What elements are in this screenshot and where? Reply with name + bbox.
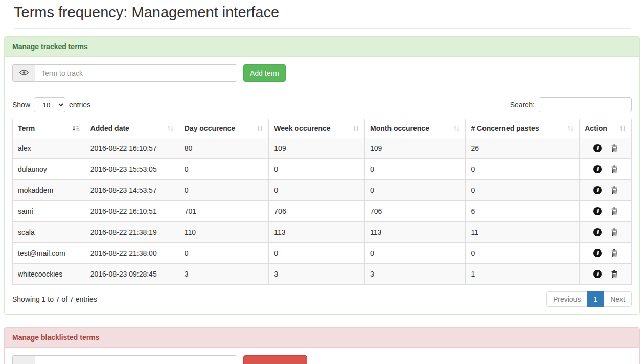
- term-cell: mokaddem: [13, 180, 85, 201]
- search-control: Search:: [510, 97, 632, 112]
- tracked-terms-panel: Manage tracked terms Add term: [4, 36, 640, 315]
- week-occurence-cell: 0: [269, 243, 365, 264]
- day-occurence-cell: 110: [179, 222, 269, 243]
- action-cell: i: [580, 180, 632, 201]
- trash-icon[interactable]: [611, 249, 618, 257]
- added-date-cell: 2016-08-22 21:38:00: [85, 243, 179, 264]
- trash-icon[interactable]: [611, 270, 618, 278]
- concerned-pastes-cell: 1: [466, 264, 580, 285]
- concerned-pastes-cell: 0: [466, 243, 580, 264]
- entries-label: entries: [69, 101, 90, 109]
- column-header-term[interactable]: Term: [13, 119, 85, 138]
- action-cell: i: [580, 222, 632, 243]
- pagination-next[interactable]: Next: [604, 291, 632, 307]
- sort-both-icon: [567, 125, 574, 132]
- info-icon[interactable]: i: [593, 186, 602, 194]
- trash-icon[interactable]: [611, 207, 618, 215]
- blacklist-input-group: [12, 355, 237, 364]
- added-date-cell: 2016-08-22 21:38:19: [85, 222, 179, 243]
- title-divider: [14, 28, 630, 29]
- week-occurence-cell: 0: [269, 180, 365, 201]
- info-icon[interactable]: i: [593, 165, 602, 173]
- column-header-action[interactable]: Action: [580, 119, 632, 138]
- day-occurence-cell: 80: [179, 138, 269, 159]
- concerned-pastes-cell: 0: [466, 180, 580, 201]
- blacklist-panel-body: [5, 348, 639, 364]
- day-occurence-cell: 701: [179, 201, 269, 222]
- column-header-day-occurence[interactable]: Day occurence: [179, 119, 269, 138]
- add-term-button[interactable]: Add term: [243, 64, 286, 82]
- search-input[interactable]: [539, 97, 632, 112]
- week-occurence-cell: 0: [269, 159, 365, 180]
- sort-both-icon: [353, 125, 359, 132]
- eye-addon: [12, 64, 35, 82]
- day-occurence-cell: 3: [179, 264, 269, 285]
- column-header-month-occurence[interactable]: Month occurence: [365, 119, 466, 138]
- added-date-cell: 2016-08-22 16:10:51: [85, 201, 179, 222]
- month-occurence-cell: 109: [365, 138, 466, 159]
- info-icon[interactable]: i: [593, 207, 602, 215]
- day-occurence-cell: 0: [179, 180, 269, 201]
- month-occurence-cell: 0: [365, 180, 466, 201]
- action-cell: i: [580, 201, 632, 222]
- week-occurence-cell: 109: [269, 138, 365, 159]
- week-occurence-cell: 113: [269, 222, 365, 243]
- table-row: dulaunoy 2016-08-23 15:53:05 0 0 0 0 i: [13, 159, 632, 180]
- page: Terms frequency: Management interface Ma…: [0, 4, 644, 364]
- trash-icon[interactable]: [611, 144, 618, 152]
- term-cell: scala: [13, 222, 85, 243]
- entries-summary: Showing 1 to 7 of 7 entries: [12, 295, 97, 303]
- page-title: Terms frequency: Management interface: [14, 4, 630, 21]
- table-row: whitecoockies 2016-08-23 09:28:45 3 3 3 …: [13, 264, 632, 285]
- day-occurence-cell: 0: [179, 243, 269, 264]
- info-icon[interactable]: i: [593, 270, 602, 278]
- blacklist-panel-heading: Manage blacklisted terms: [5, 328, 639, 348]
- term-cell: alex: [13, 138, 85, 159]
- day-occurence-cell: 0: [179, 159, 269, 180]
- info-icon[interactable]: i: [593, 249, 602, 257]
- month-occurence-cell: 0: [365, 243, 466, 264]
- sort-both-icon: [257, 125, 263, 132]
- table-row: test@mail.com 2016-08-22 21:38:00 0 0 0 …: [13, 243, 632, 264]
- added-date-cell: 2016-08-23 14:53:57: [85, 180, 179, 201]
- trash-icon[interactable]: [611, 186, 618, 194]
- added-date-cell: 2016-08-22 16:10:57: [85, 138, 179, 159]
- info-icon[interactable]: i: [593, 144, 602, 152]
- added-date-cell: 2016-08-23 09:28:45: [85, 264, 179, 285]
- table-header-row: Term: [13, 119, 632, 138]
- term-to-track-input[interactable]: [35, 64, 237, 82]
- show-label: Show: [12, 101, 30, 109]
- blacklist-addon: [12, 355, 35, 364]
- add-term-row: Add term: [12, 64, 632, 82]
- add-blacklist-button[interactable]: [243, 355, 307, 364]
- month-occurence-cell: 3: [365, 264, 466, 285]
- page-length-select[interactable]: 10: [34, 97, 65, 112]
- sort-both-icon: [619, 125, 626, 132]
- sort-both-icon: [167, 125, 174, 132]
- column-header-concerned-pastes[interactable]: # Concerned pastes: [466, 119, 580, 138]
- sort-both-icon: [453, 125, 460, 132]
- search-label: Search:: [510, 101, 535, 109]
- month-occurence-cell: 113: [365, 222, 466, 243]
- term-cell: dulaunoy: [13, 159, 85, 180]
- trash-icon[interactable]: [611, 228, 618, 236]
- term-cell: whitecoockies: [13, 264, 85, 285]
- week-occurence-cell: 3: [269, 264, 365, 285]
- pagination-page-1[interactable]: 1: [587, 291, 604, 307]
- column-header-week-occurence[interactable]: Week occurence: [269, 119, 365, 138]
- eye-icon: [19, 69, 29, 77]
- table-row: scala 2016-08-22 21:38:19 110 113 113 11…: [13, 222, 632, 243]
- action-cell: i: [580, 159, 632, 180]
- pagination-previous[interactable]: Previous: [546, 291, 587, 307]
- trash-icon[interactable]: [611, 165, 618, 173]
- column-header-added-date[interactable]: Added date: [85, 119, 179, 138]
- week-occurence-cell: 706: [269, 201, 365, 222]
- pagination: Previous 1 Next: [546, 291, 632, 307]
- term-cell: test@mail.com: [13, 243, 85, 264]
- action-cell: i: [580, 243, 632, 264]
- table-controls: Show 10 entries Search:: [12, 97, 632, 112]
- term-to-blacklist-input[interactable]: [35, 355, 237, 364]
- action-cell: i: [580, 138, 632, 159]
- table-row: alex 2016-08-22 16:10:57 80 109 109 26 i: [13, 138, 632, 159]
- info-icon[interactable]: i: [593, 228, 602, 236]
